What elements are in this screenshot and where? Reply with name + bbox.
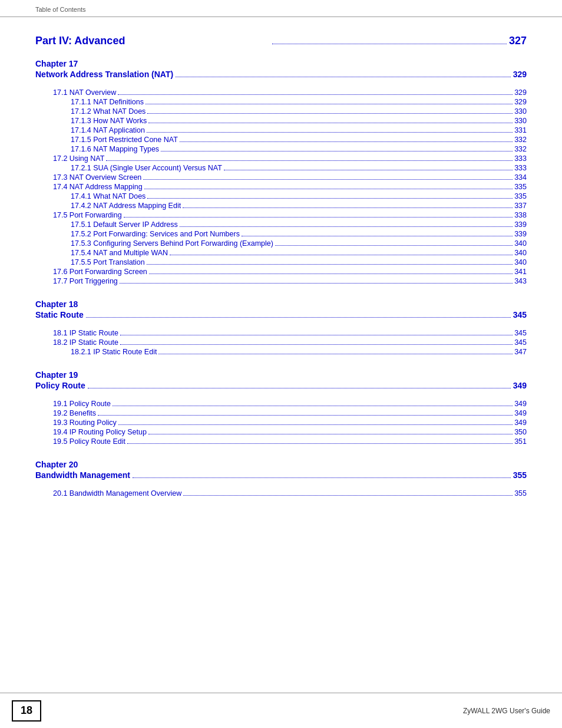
toc-page-0-18: 340 (514, 258, 527, 266)
toc-entry-1-2: 18.2.1 IP Static Route Edit347 (35, 348, 527, 356)
chapter-title-dots-0 (176, 77, 510, 77)
toc-page-1-2: 347 (514, 348, 527, 356)
footer: 18 ZyWALL 2WG User's Guide (0, 693, 562, 728)
toc-page-2-3: 350 (514, 428, 527, 436)
toc-dots-3-0 (183, 495, 513, 496)
toc-label-0-19[interactable]: 17.6 Port Forwarding Screen (53, 268, 147, 276)
toc-dots-0-20 (120, 283, 513, 284)
toc-page-0-1: 329 (514, 98, 527, 106)
toc-label-0-13[interactable]: 17.5 Port Forwarding (53, 211, 122, 219)
chapter-title-row-0: Network Address Translation (NAT)329 (35, 70, 527, 79)
toc-page-0-16: 340 (514, 239, 527, 248)
toc-page-0-15: 339 (514, 230, 527, 238)
toc-dots-0-19 (149, 274, 513, 274)
toc-dots-0-14 (180, 226, 513, 227)
chapter-title-0[interactable]: Network Address Translation (NAT) (35, 70, 173, 79)
toc-dots-0-16 (275, 245, 513, 246)
toc-label-2-3[interactable]: 19.4 IP Routing Policy Setup (53, 428, 147, 436)
toc-label-0-9[interactable]: 17.3 NAT Overview Screen (53, 173, 141, 182)
toc-label-1-1[interactable]: 18.2 IP Static Route (53, 338, 118, 347)
toc-entry-2-3: 19.4 IP Routing Policy Setup350 (35, 428, 527, 436)
chapter-title-row-3: Bandwidth Management355 (35, 470, 527, 480)
chapter-title-dots-1 (86, 317, 511, 318)
toc-label-2-0[interactable]: 19.1 Policy Route (53, 400, 111, 408)
chapter-block-3: Chapter 20Bandwidth Management35520.1 Ba… (35, 460, 527, 498)
toc-section-2: 19.1 Policy Route34919.2 Benefits34919.3… (35, 400, 527, 446)
toc-label-0-16[interactable]: 17.5.3 Configuring Servers Behind Port F… (71, 239, 273, 248)
toc-label-0-17[interactable]: 17.5.4 NAT and Multiple WAN (71, 249, 168, 257)
toc-dots-0-13 (124, 217, 513, 218)
toc-page-0-3: 330 (514, 117, 527, 125)
chapter-block-1: Chapter 18Static Route34518.1 IP Static … (35, 299, 527, 356)
toc-label-0-2[interactable]: 17.1.2 What NAT Does (71, 107, 146, 116)
toc-entry-0-4: 17.1.4 NAT Application331 (35, 126, 527, 134)
page-container: Table of Contents Part IV: Advanced 327 … (0, 0, 562, 728)
toc-dots-1-2 (158, 354, 513, 354)
header-label: Table of Contents (35, 6, 86, 13)
toc-label-0-3[interactable]: 17.1.3 How NAT Works (71, 117, 147, 125)
toc-label-0-14[interactable]: 17.5.1 Default Server IP Address (71, 220, 178, 229)
toc-page-0-10: 335 (514, 183, 527, 191)
toc-page-0-19: 341 (514, 268, 527, 276)
toc-label-0-15[interactable]: 17.5.2 Port Forwarding: Services and Por… (71, 230, 240, 238)
chapter-block-2: Chapter 19Policy Route34919.1 Policy Rou… (35, 370, 527, 446)
toc-label-0-0[interactable]: 17.1 NAT Overview (53, 88, 116, 97)
toc-dots-0-5 (180, 141, 513, 142)
toc-label-2-2[interactable]: 19.3 Routing Policy (53, 419, 117, 427)
chapter-title-page-3: 355 (513, 470, 527, 480)
toc-entry-1-0: 18.1 IP Static Route345 (35, 329, 527, 337)
toc-dots-0-15 (242, 236, 513, 236)
chapter-title-2[interactable]: Policy Route (35, 381, 85, 390)
toc-page-2-2: 349 (514, 419, 527, 427)
chapter-title-1[interactable]: Static Route (35, 310, 84, 319)
toc-label-0-7[interactable]: 17.2 Using NAT (53, 154, 104, 163)
toc-dots-0-18 (147, 264, 513, 265)
toc-entry-2-0: 19.1 Policy Route349 (35, 400, 527, 408)
toc-label-0-20[interactable]: 17.7 Port Triggering (53, 277, 118, 285)
content-area: Part IV: Advanced 327 Chapter 17Network … (0, 17, 562, 559)
toc-label-0-6[interactable]: 17.1.6 NAT Mapping Types (71, 145, 159, 153)
chapter-label-0: Chapter 17 (35, 59, 527, 68)
toc-entry-0-9: 17.3 NAT Overview Screen334 (35, 173, 527, 182)
toc-label-2-4[interactable]: 19.5 Policy Route Edit (53, 437, 125, 446)
toc-label-1-2[interactable]: 18.2.1 IP Static Route Edit (71, 348, 157, 356)
toc-entry-0-16: 17.5.3 Configuring Servers Behind Port F… (35, 239, 527, 248)
toc-label-0-10[interactable]: 17.4 NAT Address Mapping (53, 183, 143, 191)
toc-label-0-5[interactable]: 17.1.5 Port Restricted Cone NAT (71, 136, 178, 144)
part-dots (272, 44, 507, 44)
part-title: Part IV: Advanced (35, 35, 270, 47)
chapter-title-3[interactable]: Bandwidth Management (35, 470, 130, 480)
chapter-title-row-2: Policy Route349 (35, 381, 527, 390)
toc-label-0-4[interactable]: 17.1.4 NAT Application (71, 126, 145, 134)
toc-label-0-1[interactable]: 17.1.1 NAT Definitions (71, 98, 144, 106)
toc-label-1-0[interactable]: 18.1 IP Static Route (53, 329, 118, 337)
toc-dots-0-7 (106, 160, 513, 161)
toc-label-0-18[interactable]: 17.5.5 Port Translation (71, 258, 145, 266)
toc-label-2-1[interactable]: 19.2 Benefits (53, 409, 96, 417)
toc-label-0-8[interactable]: 17.2.1 SUA (Single User Account) Versus … (71, 164, 222, 172)
toc-page-0-11: 335 (514, 192, 527, 200)
chapter-block-0: Chapter 17Network Address Translation (N… (35, 59, 527, 285)
toc-page-0-12: 337 (514, 202, 527, 210)
toc-label-3-0[interactable]: 20.1 Bandwidth Management Overview (53, 489, 181, 498)
toc-dots-0-1 (146, 104, 513, 104)
chapter-title-page-0: 329 (513, 70, 527, 79)
chapter-title-page-2: 349 (513, 381, 527, 390)
toc-page-2-4: 351 (514, 437, 527, 446)
toc-entry-0-17: 17.5.4 NAT and Multiple WAN340 (35, 249, 527, 257)
part-heading: Part IV: Advanced 327 (35, 35, 527, 47)
toc-dots-0-12 (183, 207, 513, 208)
toc-entry-1-1: 18.2 IP Static Route345 (35, 338, 527, 347)
toc-page-0-7: 333 (514, 154, 527, 163)
chapter-label-3: Chapter 20 (35, 460, 527, 469)
toc-dots-2-2 (118, 424, 513, 425)
toc-page-0-17: 340 (514, 249, 527, 257)
toc-page-1-0: 345 (514, 329, 527, 337)
toc-entry-0-15: 17.5.2 Port Forwarding: Services and Por… (35, 230, 527, 238)
toc-label-0-12[interactable]: 17.4.2 NAT Address Mapping Edit (71, 202, 181, 210)
toc-entry-2-1: 19.2 Benefits349 (35, 409, 527, 417)
toc-label-0-11[interactable]: 17.4.1 What NAT Does (71, 192, 146, 200)
toc-entry-3-0: 20.1 Bandwidth Management Overview355 (35, 489, 527, 498)
toc-page-0-6: 332 (514, 145, 527, 153)
toc-section-0: 17.1 NAT Overview32917.1.1 NAT Definitio… (35, 88, 527, 285)
